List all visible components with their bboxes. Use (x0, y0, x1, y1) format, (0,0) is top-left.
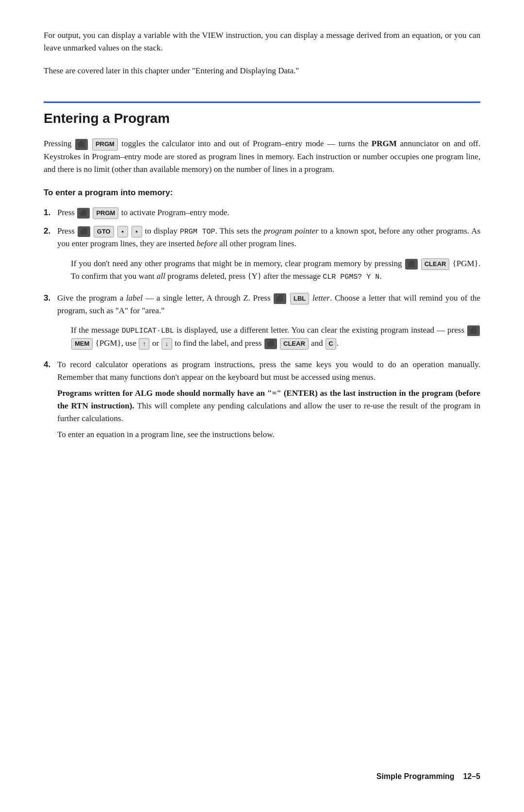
step-2: 2. Press ⬛ GTO • • to display PRGM TOP. … (44, 225, 480, 286)
step-3-content: Give the program a label — a single lett… (57, 292, 480, 353)
step2-note-key-shift: ⬛ (405, 259, 418, 270)
step-2-num: 2. (44, 225, 57, 237)
step-1-content: Press ⬛ PRGM to activate Program–entry m… (57, 206, 480, 219)
step-2-content: Press ⬛ GTO • • to display PRGM TOP. Thi… (57, 225, 480, 286)
key-prgm: PRGM (92, 138, 118, 150)
step3-note-shift2: ⬛ (264, 338, 277, 349)
step-4: 4. To record calculator operations as pr… (44, 358, 480, 444)
step1-key-prgm: PRGM (93, 207, 118, 219)
step3-note-mem: MEM (71, 338, 93, 350)
intro-note: These are covered later in this chapter … (44, 65, 480, 77)
footer: Simple Programming 12–5 (44, 771, 480, 783)
step2-key-dot2: • (131, 226, 142, 237)
intro-paragraph-1: For output, you can display a variable w… (44, 29, 480, 55)
step3-note-down: ↓ (162, 338, 172, 350)
step-2-note: If you don't need any other programs tha… (71, 257, 480, 283)
step3-note-clear: CLEAR (280, 338, 309, 350)
step-3-num: 3. (44, 292, 57, 304)
step-4-final: To enter an equation in a program line, … (57, 428, 480, 441)
step1-key-shift: ⬛ (77, 208, 90, 219)
step3-key-lbl: LBL (290, 293, 309, 304)
step3-key-shift: ⬛ (274, 293, 286, 304)
step3-note-shift1: ⬛ (467, 325, 480, 336)
step2-key-gto: GTO (94, 226, 114, 237)
section-divider (44, 102, 480, 103)
step3-note-up: ↑ (139, 338, 149, 350)
step-4-bold-statement: Programs written for ALG mode should nor… (57, 387, 480, 425)
subsection-title: To enter a program into memory: (44, 186, 480, 199)
steps-list: 1. Press ⬛ PRGM to activate Program–entr… (44, 206, 480, 444)
step-1-num: 1. (44, 206, 57, 219)
step2-key-dot1: • (117, 226, 128, 237)
step-4-content: To record calculator operations as progr… (57, 358, 480, 444)
footer-text: Simple Programming 12–5 (377, 771, 480, 783)
step-1: 1. Press ⬛ PRGM to activate Program–entr… (44, 206, 480, 219)
step-4-num: 4. (44, 358, 57, 371)
step2-key-shift: ⬛ (78, 226, 90, 237)
key-shift-left: ⬛ (75, 139, 88, 150)
step-3-note: If the message DUPLICAT·LBL is displayed… (71, 324, 480, 350)
step-3: 3. Give the program a label — a single l… (44, 292, 480, 353)
step2-note-key-clear: CLEAR (421, 258, 450, 270)
section-intro: Pressing ⬛ PRGM toggles the calculator i… (44, 137, 480, 176)
step3-note-c: C (326, 338, 336, 350)
section-title: Entering a Program (44, 108, 480, 129)
